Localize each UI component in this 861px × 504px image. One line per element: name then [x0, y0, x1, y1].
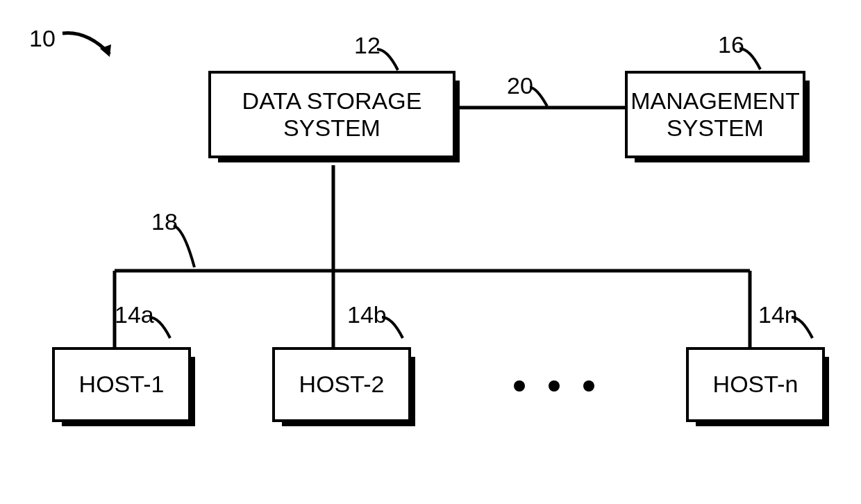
ellipsis-dot	[549, 380, 560, 392]
ref12-label: 12	[354, 32, 381, 59]
ref18-label: 18	[151, 208, 178, 235]
data-storage-system-box: DATA STORAGE SYSTEM	[208, 71, 455, 158]
ref14n-label: 14n	[758, 301, 798, 328]
host2-box: HOST-2	[272, 347, 411, 422]
ref14b-label: 14b	[347, 301, 387, 328]
management-system-box: MANAGEMENT SYSTEM	[625, 71, 805, 158]
ref16-label: 16	[718, 31, 744, 58]
ellipsis-dot	[514, 380, 525, 392]
ellipsis-dot	[583, 380, 594, 392]
figure-ref-arrow-icon	[60, 25, 122, 67]
figure-ref-label: 10	[29, 25, 56, 52]
host1-box: HOST-1	[52, 347, 191, 422]
ref14a-label: 14a	[115, 301, 154, 328]
ref20-label: 20	[507, 72, 533, 99]
hostn-box: HOST-n	[686, 347, 825, 422]
